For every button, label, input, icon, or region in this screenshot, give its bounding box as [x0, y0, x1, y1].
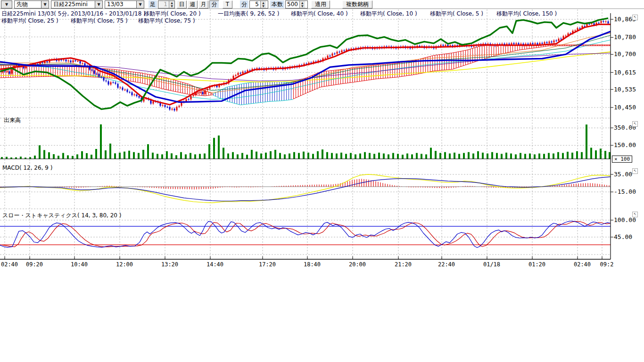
spinner-down-icon[interactable]: ▼: [169, 4, 174, 8]
stoch-tick-label: 100.00: [614, 216, 636, 223]
pane-restore-icon[interactable]: ↖: [632, 15, 638, 20]
spinner-arrows[interactable]: ▲ ▼: [169, 1, 174, 8]
bar-count-value[interactable]: 500: [286, 1, 299, 8]
time-tick-label: 17:20: [258, 261, 277, 268]
bar-interval-value[interactable]: 1: [158, 1, 169, 8]
chevron-down-icon[interactable]: ▼: [1, 1, 12, 8]
chevron-down-icon[interactable]: ▼: [95, 1, 102, 8]
spinner-arrows[interactable]: ▲ ▼: [299, 1, 305, 8]
time-tick-label: 22:40: [437, 261, 456, 268]
period-week-button[interactable]: 週: [188, 0, 198, 8]
contract-value[interactable]: 13/03: [105, 1, 136, 8]
bar-type-label: 足: [149, 0, 157, 8]
volume-pane-title: 出来高: [4, 116, 21, 124]
spinner-down-icon[interactable]: ▼: [261, 4, 266, 8]
period-month-button[interactable]: 月: [198, 0, 208, 8]
indicator-header-item: 移動平均( Close, 5 ): [430, 10, 483, 18]
time-tick-label: 01/18: [482, 261, 501, 268]
price-tick-label: 10,780: [614, 33, 636, 41]
indicator-header-item: 一目均衡表( 9, 26, 52 ): [218, 10, 279, 18]
period-tick-button[interactable]: T: [223, 0, 232, 8]
indicator-header-item: 移動平均( Close, 150 ): [496, 10, 557, 18]
stochastics-pane-title: スロー・ストキャスティクス( 14, 3, 80, 20 ): [2, 212, 121, 220]
period-day-button[interactable]: 日: [177, 0, 187, 8]
time-tick-label: 18:40: [303, 261, 322, 268]
category-value[interactable]: 先物: [15, 1, 41, 8]
minute-value[interactable]: 5: [250, 1, 260, 8]
time-tick-label: 02:40: [0, 261, 19, 268]
chevron-down-icon[interactable]: ▼: [136, 1, 144, 8]
macd-tick-label: 35.00: [614, 171, 632, 178]
period-minute-button[interactable]: 分: [209, 0, 219, 8]
stoch-tick-label: 45.00: [614, 233, 632, 240]
indicator-header-item: 移動平均( Close, 25 ): [1, 17, 58, 25]
symbol-select[interactable]: 日経225mini ▼: [51, 0, 103, 8]
volume-tick-label: 150.00: [614, 141, 636, 148]
contract-select[interactable]: 13/03 ▼: [105, 0, 144, 8]
price-tick-label: 10,615: [614, 69, 636, 76]
symbol-value[interactable]: 日経225mini: [51, 1, 95, 8]
indicator-header-item: 移動平均( Close, 75 ): [138, 17, 195, 25]
spinner-down-icon[interactable]: ▼: [300, 4, 305, 8]
time-tick-label: 20:00: [348, 261, 367, 268]
chart-application-window: ▼ 先物 ▼ 日経225mini ▼ 13/03 ▼ 足 1 ▲ ▼ 日 週 月…: [0, 0, 644, 362]
time-tick-label: 10:40: [70, 261, 89, 268]
pane-restore-icon[interactable]: ↖: [632, 121, 638, 127]
macd-pane-title: MACD( 12, 26, 9 ): [2, 165, 52, 171]
category-select[interactable]: 先物 ▼: [14, 0, 49, 8]
apply-button[interactable]: 適用: [311, 0, 330, 8]
spinner-up-icon[interactable]: ▲: [169, 1, 174, 5]
time-tick-label: 21:20: [394, 261, 413, 268]
price-tick-label: 10,700: [614, 50, 636, 58]
pane-restore-icon[interactable]: ↖: [632, 168, 638, 174]
time-tick-label: 09:2: [597, 261, 616, 268]
minute-stepper[interactable]: 5 ▲ ▼: [249, 0, 268, 8]
bar-count-stepper[interactable]: 500 ▲ ▼: [285, 0, 308, 8]
minute-label: 分: [240, 0, 248, 8]
indicator-header-item: 移動平均( Close, 75 ): [71, 17, 128, 25]
time-tick-label: 09:20: [25, 261, 44, 268]
price-tick-label: 10,535: [614, 86, 636, 93]
spinner-up-icon[interactable]: ▲: [300, 1, 305, 5]
pane-restore-icon[interactable]: ↖: [632, 212, 638, 217]
indicator-header-item: 移動平均( Close, 10 ): [360, 10, 417, 18]
time-tick-label: 14:40: [206, 261, 224, 268]
time-tick-label: 01:20: [528, 261, 546, 268]
volume-multiplier-badge: × 100: [612, 156, 632, 163]
macd-tick-label: -15.00: [614, 188, 636, 195]
price-tick-label: 10,450: [614, 104, 636, 111]
price-chart-canvas[interactable]: [0, 0, 644, 271]
bar-count-label: 本数: [270, 0, 284, 8]
spinner-up-icon[interactable]: ▲: [261, 1, 266, 5]
indicator-header-item: 移動平均( Close, 40 ): [291, 10, 348, 18]
bar-interval-stepper[interactable]: 1 ▲ ▼: [158, 0, 175, 8]
toolbar: ▼ 先物 ▼ 日経225mini ▼ 13/03 ▼ 足 1 ▲ ▼ 日 週 月…: [0, 0, 644, 9]
mini-dropdown[interactable]: ▼: [1, 0, 12, 8]
multi-symbol-button[interactable]: 複数銘柄: [342, 0, 372, 8]
time-tick-label: 02:40: [573, 261, 592, 268]
chevron-down-icon[interactable]: ▼: [41, 1, 49, 8]
spinner-arrows[interactable]: ▲ ▼: [260, 1, 266, 8]
time-tick-label: 12:00: [115, 261, 134, 268]
time-tick-label: 13:20: [160, 261, 179, 268]
